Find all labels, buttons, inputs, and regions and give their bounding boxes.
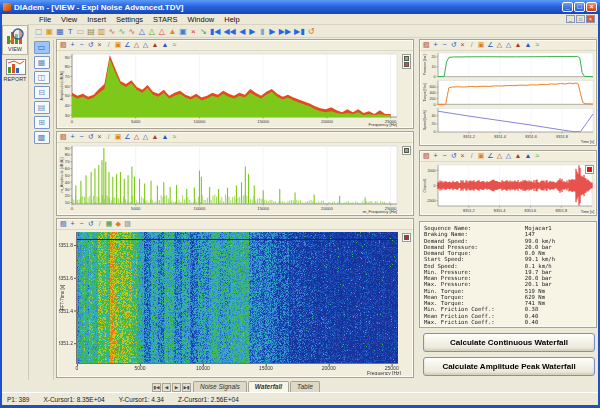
chart-toolbar-icon[interactable]: − [441,40,449,50]
chart-toolbar-icon[interactable]: / [468,40,476,50]
chart-toolbar-icon[interactable]: △ [505,151,513,161]
toolbar-icon[interactable]: ▤ [86,26,96,37]
mdi-restore-button[interactable]: □ [576,15,585,23]
chart-toolbar-icon[interactable]: △ [133,132,141,142]
toolbar-icon[interactable]: ▶▮ [293,26,306,37]
chart-toolbar-icon[interactable]: ▧ [422,40,431,50]
chart-toolbar-icon[interactable]: ∠ [123,40,131,50]
chart-toolbar-icon[interactable]: − [78,132,86,142]
chart-toolbar-icon[interactable]: ∠ [486,151,494,161]
tab-noise-signals[interactable]: Noise Signals [193,381,247,392]
toolbar-icon[interactable]: T [66,26,75,37]
layout-button[interactable]: ▩ [34,131,50,144]
sidebar-item-view[interactable]: VIEW [2,25,28,55]
waterfall-chart[interactable] [59,230,403,375]
layout-button[interactable]: ▭ [34,41,50,54]
chart-toolbar-icon[interactable]: ≈ [170,132,178,142]
chart-toolbar-icon[interactable]: − [441,151,449,161]
chart-toolbar-icon[interactable]: △ [133,40,141,50]
chart-toolbar-icon[interactable]: ▲ [151,40,160,50]
toolbar-icon[interactable]: △ [147,26,156,37]
menu-item-insert[interactable]: Insert [82,15,111,24]
chart-toolbar-icon[interactable]: + [432,40,440,50]
toolbar-icon[interactable]: ↺ [307,26,316,37]
chart-toolbar-icon[interactable]: △ [496,151,504,161]
chart-toolbar-icon[interactable]: ↺ [87,40,95,50]
close-button[interactable]: × [586,2,597,12]
toolbar-icon[interactable]: ▶ [268,26,277,37]
chart-toolbar-icon[interactable]: ↺ [450,151,458,161]
toolbar-icon[interactable]: ▦ [55,26,65,37]
chart-toolbar-icon[interactable]: ▣ [114,40,123,50]
time-signals-chart[interactable]: 01020Pressure [bar]0200400600Torque [Nm]… [422,51,596,144]
toolbar-icon[interactable]: ↘ [199,26,208,37]
chart-toolbar-icon[interactable]: × [96,40,104,50]
mdi-close-button[interactable]: × [586,15,595,23]
menu-item-stars[interactable]: STARS [148,15,182,24]
toolbar-icon[interactable]: ▶▶ [278,26,292,37]
calculate-continuous-waterfall-button[interactable]: Calculate Continuous Waterfall [423,333,595,352]
chart-toolbar-icon[interactable]: ◆ [114,219,122,229]
chart-toolbar-icon[interactable]: ▲ [523,151,532,161]
chart-toolbar-icon[interactable]: ▣ [114,132,123,142]
chart-toolbar-icon[interactable]: △ [142,40,150,50]
titlebar[interactable]: DIAdem - [VIEW - Expl Noise Advanced.TDV… [0,0,600,14]
toolbar-icon[interactable]: ∿ [127,26,136,37]
menu-item-help[interactable]: Help [219,15,244,24]
chart-toolbar-icon[interactable]: ▲ [514,151,523,161]
chart-toolbar-icon[interactable]: ▨ [123,219,132,229]
menu-item-file[interactable]: File [34,15,56,24]
chart-toolbar-icon[interactable]: / [105,132,113,142]
toolbar-icon[interactable]: △ [137,26,146,37]
chart-toolbar-icon[interactable]: ↺ [87,219,95,229]
chart-toolbar-icon[interactable]: ▧ [59,40,68,50]
toolbar-icon[interactable]: ◀◀ [222,26,236,37]
tab-waterfall[interactable]: Waterfall [248,381,289,392]
chart-toolbar-icon[interactable]: ▲ [151,132,160,142]
tab-table[interactable]: Table [290,381,320,392]
tab-nav-button[interactable]: ▶▮ [182,383,191,392]
sidebar-item-report[interactable]: REPORT [2,58,28,84]
toolbar-icon[interactable]: ▥ [97,26,107,37]
chart-toolbar-icon[interactable]: / [96,219,104,229]
toolbar-icon[interactable]: × [189,26,198,37]
chart-toolbar-icon[interactable]: ↺ [450,40,458,50]
toolbar-icon[interactable]: ▣ [45,26,55,37]
toolbar-icon[interactable]: ▶ [248,26,257,37]
layout-button[interactable]: ⊟ [34,86,50,99]
layout-button[interactable]: ▤ [34,101,50,114]
menu-item-window[interactable]: Window [183,15,220,24]
spectrum-peaks-chart[interactable]: 0500010000150002000025000102030405060708… [59,143,401,214]
chart-toolbar-icon[interactable]: ▦ [105,219,114,229]
toolbar-icon[interactable]: △ [157,26,166,37]
chart-toolbar-icon[interactable]: ≈ [533,40,541,50]
chart-toolbar-icon[interactable]: + [69,132,77,142]
chart-toolbar-icon[interactable]: / [105,40,113,50]
chart-toolbar-icon[interactable]: △ [496,40,504,50]
chart-toolbar-icon[interactable]: × [459,151,467,161]
chart-toolbar-icon[interactable]: − [78,40,86,50]
toolbar-icon[interactable]: ◀ [238,26,247,37]
chart-toolbar-icon[interactable]: × [96,132,104,142]
chart-toolbar-icon[interactable]: △ [142,132,150,142]
chart-toolbar-icon[interactable]: ▣ [477,151,486,161]
toolbar-icon[interactable]: ▣ [178,26,188,37]
tab-nav-button[interactable]: ◀ [162,383,171,392]
toolbar-icon[interactable]: ∿ [117,26,126,37]
minimize-button[interactable]: _ [562,2,573,12]
chart-toolbar-icon[interactable]: ▣ [477,40,486,50]
layout-button[interactable]: ◫ [34,71,50,84]
layout-button[interactable]: ▦ [34,56,50,69]
chart-toolbar-icon[interactable]: ∠ [486,40,494,50]
toolbar-icon[interactable]: ▮◀ [209,26,222,37]
chart-toolbar-icon[interactable]: ▧ [422,151,431,161]
menu-item-settings[interactable]: Settings [111,15,148,24]
chart-toolbar-icon[interactable]: ▲ [523,40,532,50]
toolbar-icon[interactable]: ∿ [107,26,116,37]
menu-item-view[interactable]: View [56,15,82,24]
chart-toolbar-icon[interactable]: / [468,151,476,161]
spectrum-overlay-chart[interactable]: 050001000015000200002500030405060708090F… [59,51,401,127]
toolbar-icon[interactable]: ▮ [258,26,267,37]
chart-toolbar-icon[interactable]: ▲ [514,40,523,50]
tab-nav-button[interactable]: ▶ [172,383,181,392]
